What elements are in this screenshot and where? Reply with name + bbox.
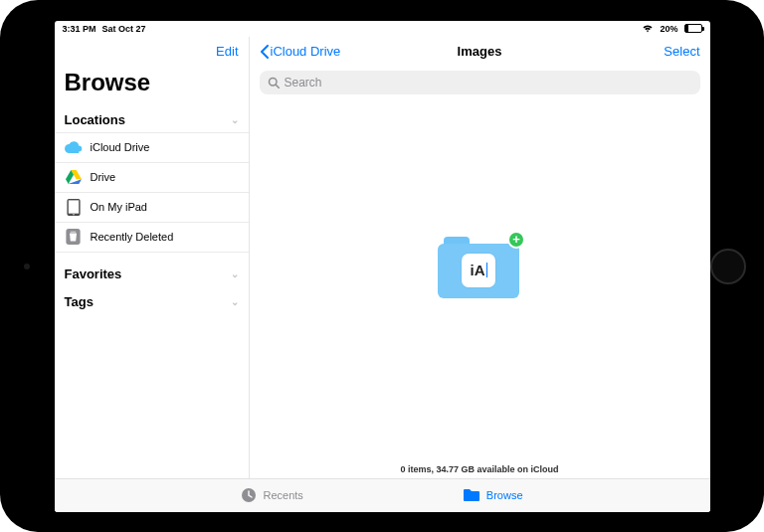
svg-line-8 [276,85,279,88]
back-button[interactable]: iCloud Drive [260,44,341,59]
sidebar-item-label: Drive [91,171,116,183]
google-drive-icon [65,168,83,186]
clock-icon [241,487,257,503]
page-title: Images [458,44,502,59]
back-label: iCloud Drive [271,44,341,59]
folder-icon [463,488,480,502]
section-label: Tags [65,294,94,309]
svg-rect-4 [68,200,78,213]
trash-icon [65,228,83,246]
dragged-app-badge: iA [462,254,495,287]
section-tags[interactable]: Tags ⌄ [55,286,249,314]
chevron-left-icon [260,45,269,59]
battery-icon [684,24,702,33]
bottom-toolbar: Recents Browse [55,478,710,512]
sidebar-item-recently-deleted[interactable]: Recently Deleted [55,223,249,253]
screen: 3:31 PM Sat Oct 27 20% Edit Browse Locat… [55,21,710,512]
ipad-frame: 3:31 PM Sat Oct 27 20% Edit Browse Locat… [0,0,764,532]
search-icon [268,77,280,89]
section-locations[interactable]: Locations ⌄ [55,104,249,133]
search-field[interactable] [260,71,700,94]
icloud-icon [65,138,83,156]
sidebar-item-label: Recently Deleted [91,231,174,243]
dragged-app-over-folder[interactable]: iA + [438,237,521,298]
folder-icon: iA + [438,237,519,298]
home-button[interactable] [710,249,746,284]
tab-recents[interactable]: Recents [241,487,302,503]
add-plus-icon: + [507,231,525,249]
main-panel: iCloud Drive Images Select [250,37,710,478]
tab-label: Recents [263,489,302,501]
chevron-down-icon: ⌄ [231,268,239,279]
front-camera [24,264,30,269]
sidebar-item-drive[interactable]: Drive [55,163,249,193]
storage-footer: 0 items, 34.77 GB available on iCloud [250,464,710,474]
status-bar: 3:31 PM Sat Oct 27 20% [55,21,710,37]
sidebar-item-label: On My iPad [91,201,147,213]
chevron-down-icon: ⌄ [231,114,239,125]
search-input[interactable] [285,76,692,89]
section-favorites[interactable]: Favorites ⌄ [55,259,249,286]
sidebar-item-on-my-ipad[interactable]: On My iPad [55,193,249,223]
svg-point-5 [73,214,74,215]
sidebar-title: Browse [55,67,249,104]
section-label: Favorites [65,266,122,281]
ipad-icon [65,198,83,216]
tab-browse[interactable]: Browse [463,488,523,502]
edit-button[interactable]: Edit [216,44,238,59]
battery-pct: 20% [660,24,677,34]
status-date: Sat Oct 27 [102,24,146,34]
file-canvas[interactable]: iA + 0 items, 34.77 GB available on iClo… [250,102,710,478]
wifi-icon [642,25,654,33]
section-label: Locations [65,112,125,127]
select-button[interactable]: Select [664,44,699,59]
app-badge-label: iA [471,262,485,278]
chevron-down-icon: ⌄ [231,296,239,307]
sidebar-item-label: iCloud Drive [91,141,150,153]
sidebar-item-icloud-drive[interactable]: iCloud Drive [55,133,249,163]
tab-label: Browse [486,489,523,501]
sidebar: Edit Browse Locations ⌄ iCloud Drive [55,37,250,478]
status-time: 3:31 PM [63,24,96,34]
